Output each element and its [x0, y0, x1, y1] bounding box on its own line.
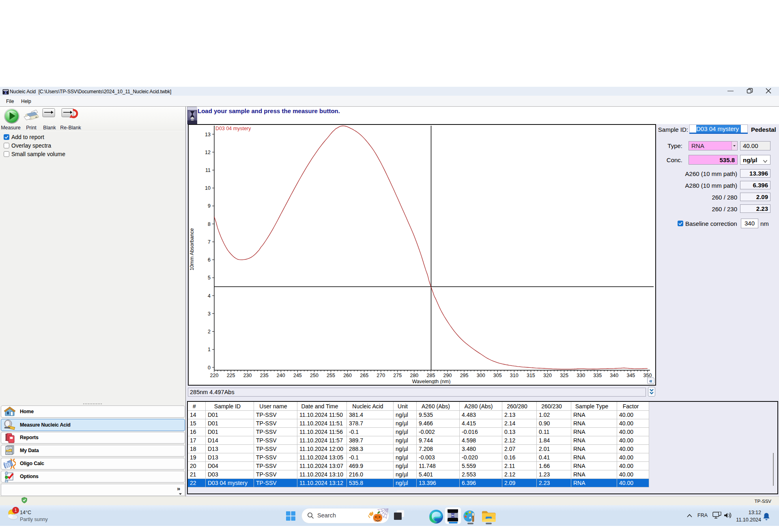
svg-text:315: 315: [527, 373, 535, 378]
svg-text:245: 245: [293, 373, 302, 378]
svg-text:6: 6: [208, 257, 211, 263]
svg-text:230: 230: [243, 373, 252, 378]
svg-text:270: 270: [377, 373, 385, 378]
svg-text:310: 310: [510, 373, 519, 378]
svg-text:10mm Absorbance: 10mm Absorbance: [189, 228, 195, 270]
svg-text:325: 325: [560, 373, 568, 378]
svg-text:240: 240: [277, 373, 285, 378]
svg-text:345: 345: [626, 373, 635, 378]
svg-text:4: 4: [208, 293, 211, 299]
svg-text:1: 1: [208, 347, 211, 352]
svg-text:335: 335: [593, 373, 602, 378]
svg-text:225: 225: [227, 373, 235, 378]
svg-text:10: 10: [205, 185, 211, 191]
svg-text:300: 300: [477, 373, 485, 378]
svg-text:280: 280: [410, 373, 418, 378]
svg-text:265: 265: [360, 373, 368, 378]
svg-text:235: 235: [260, 373, 269, 378]
svg-text:260: 260: [343, 373, 352, 378]
svg-text:3: 3: [208, 311, 211, 317]
svg-text:0: 0: [208, 365, 211, 371]
svg-text:250: 250: [310, 373, 318, 378]
svg-text:9: 9: [208, 203, 211, 209]
svg-text:330: 330: [577, 373, 585, 378]
svg-text:11: 11: [205, 167, 211, 173]
svg-text:13: 13: [205, 132, 211, 137]
svg-text:7: 7: [208, 239, 211, 245]
svg-text:340: 340: [610, 373, 618, 378]
svg-text:Wavelength (nm): Wavelength (nm): [412, 379, 451, 384]
svg-text:220: 220: [210, 373, 219, 378]
svg-text:275: 275: [393, 373, 402, 378]
svg-text:290: 290: [443, 373, 452, 378]
svg-text:2: 2: [208, 329, 211, 335]
svg-text:255: 255: [327, 373, 335, 378]
svg-text:295: 295: [460, 373, 469, 378]
svg-text:D03 04 mystery: D03 04 mystery: [215, 126, 251, 131]
svg-text:8: 8: [208, 221, 211, 227]
svg-text:5: 5: [208, 275, 211, 281]
svg-text:320: 320: [543, 373, 552, 378]
svg-text:285: 285: [427, 373, 435, 378]
svg-text:12: 12: [205, 150, 211, 155]
svg-text:305: 305: [493, 373, 502, 378]
